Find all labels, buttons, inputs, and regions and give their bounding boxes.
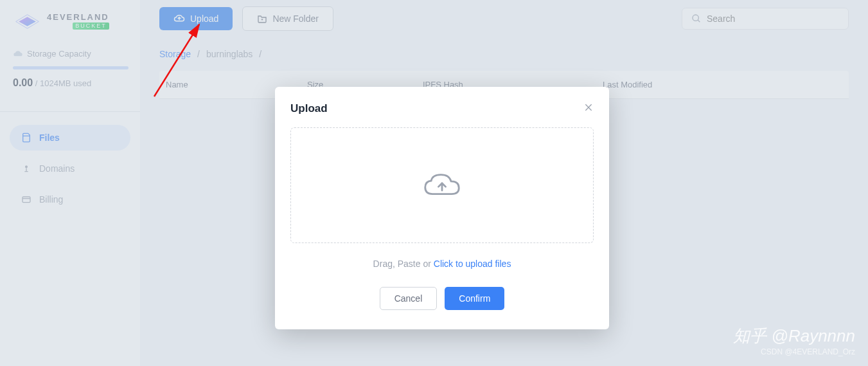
nav: Files Domains Billing [6,125,134,212]
search-input[interactable] [707,14,839,24]
svg-rect-1 [22,197,30,203]
toolbar: Upload New Folder [159,3,849,37]
search-icon [691,14,702,24]
cancel-button[interactable]: Cancel [380,287,438,310]
col-modified: Last Modified [603,80,842,89]
logo-brand: 4EVERLAND [47,13,109,21]
breadcrumb-current[interactable]: burninglabs [206,49,252,59]
confirm-button[interactable]: Confirm [445,287,504,310]
nav-domains[interactable]: Domains [10,156,130,181]
storage-capacity: Storage Capacity 0.00 / 1024MB used [6,42,134,95]
billing-icon [21,194,31,205]
capacity-label: Storage Capacity [13,49,127,59]
watermark-sub: CSDN @4EVERLAND_Orz [733,347,855,356]
cloud-upload-icon [173,14,185,23]
dropzone[interactable] [290,127,594,243]
folder-plus-icon [257,14,267,23]
modal-actions: Cancel Confirm [290,287,594,310]
drop-hint: Drag, Paste or Click to upload files [290,259,594,269]
breadcrumb: Storage / burninglabs / [159,37,849,71]
breadcrumb-sep: / [197,49,200,59]
logo-sub: BUCKET [73,23,109,30]
logo[interactable]: 4EVERLAND BUCKET [6,10,134,42]
capacity-bar [13,66,128,69]
upload-modal: Upload Drag, Paste or Click to upload fi… [275,87,609,329]
nav-billing[interactable]: Billing [10,187,130,212]
search-box[interactable] [682,8,849,30]
watermark: 知乎 @Raynnnn CSDN @4EVERLAND_Orz [733,325,855,356]
sidebar: 4EVERLAND BUCKET Storage Capacity 0.00 /… [0,0,140,366]
watermark-main: 知乎 @Raynnnn [733,325,855,347]
nav-label: Billing [39,194,63,205]
cloud-upload-icon [423,171,461,200]
svg-point-2 [693,15,698,21]
svg-point-0 [25,165,28,168]
upload-button[interactable]: Upload [159,7,233,30]
breadcrumb-root[interactable]: Storage [159,49,191,59]
domains-icon [21,163,31,174]
cloud-icon [13,50,23,58]
breadcrumb-sep: / [259,49,261,59]
close-button[interactable] [583,101,594,116]
nav-label: Domains [39,163,75,174]
capacity-used: 0.00 [13,77,33,88]
nav-files[interactable]: Files [10,125,130,151]
divider [0,111,140,112]
logo-icon [13,14,42,30]
new-folder-button[interactable]: New Folder [242,6,333,31]
capacity-text: 0.00 / 1024MB used [13,77,127,89]
logo-text: 4EVERLAND BUCKET [47,13,109,30]
nav-label: Files [39,133,60,143]
files-icon [21,133,31,143]
upload-link[interactable]: Click to upload files [434,259,511,269]
modal-title: Upload [290,102,328,115]
modal-header: Upload [290,101,594,116]
close-icon [583,102,594,113]
